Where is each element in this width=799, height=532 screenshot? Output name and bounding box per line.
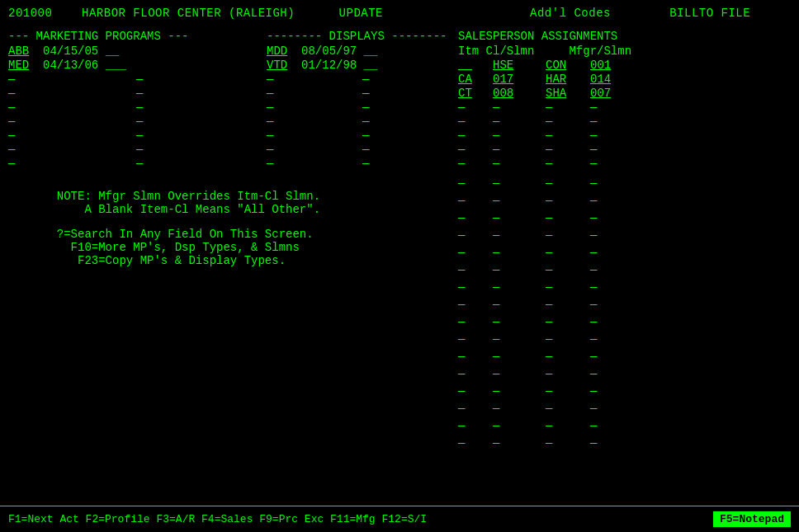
dsp-row3a: — bbox=[267, 73, 362, 86]
sp-itm-extra: — bbox=[458, 315, 489, 328]
sp-dash-row: — — — — bbox=[458, 157, 791, 170]
sp-row3: CA 017 HAR 014 bbox=[458, 73, 791, 86]
mdd-label: MDD bbox=[267, 45, 287, 58]
data-row-2: MED 04/13/06 ___ VTD 01/12/98 __ __ HSE … bbox=[8, 59, 791, 72]
dsp-dash-a: — bbox=[267, 157, 362, 170]
dsp-row4b: — bbox=[362, 87, 458, 100]
sp-cl-extra: — bbox=[493, 436, 542, 450]
mp-row3b: — bbox=[136, 73, 267, 86]
sp-slmn-dash: — bbox=[590, 157, 597, 170]
sp-slmn-extra: — bbox=[590, 298, 597, 311]
sp-extra-row-3: — — — — bbox=[458, 227, 791, 243]
sp-cl-008: 008 bbox=[493, 87, 542, 100]
sp-extra-row-4: — — — — bbox=[458, 244, 791, 261]
sp-itm-extra: — bbox=[458, 194, 489, 207]
sp-subheader: Itm Cl/Slmn Mfgr/Slmn bbox=[458, 45, 791, 58]
sp-extra-row-13: — — — — bbox=[458, 400, 791, 417]
sp-cl-extra: — bbox=[493, 228, 542, 242]
sp-itm-extra: — bbox=[458, 246, 489, 259]
dash-row-9: — — — — — — — — bbox=[8, 157, 791, 170]
mp-dash-a: — bbox=[8, 115, 136, 128]
sp-cl-extra: — bbox=[493, 298, 542, 311]
sp-mfgr-extra: — bbox=[546, 419, 587, 432]
account-number: 201000 bbox=[8, 7, 52, 20]
sp-mfgr-extra: — bbox=[546, 211, 587, 224]
sp-extra-row-5: — — — — bbox=[458, 261, 791, 278]
sp-extra-row-10: — — — — bbox=[458, 348, 791, 365]
sp-itm-extra: — bbox=[458, 228, 489, 242]
sp-cl-extra: — bbox=[493, 332, 542, 346]
sp-mfgr-har: HAR bbox=[546, 73, 587, 86]
sp-mfgr-extra: — bbox=[546, 384, 587, 398]
dsp-dash-b: — bbox=[362, 115, 458, 128]
sp-remaining-rows: — — — — — — — — — — — — — — — — — — — — … bbox=[458, 175, 791, 452]
sp-itm-dash: — bbox=[458, 143, 489, 156]
mp-row2: MED 04/13/06 ___ bbox=[8, 59, 267, 72]
sp-itm-extra: — bbox=[458, 367, 489, 380]
sp-cl-extra: — bbox=[493, 350, 542, 363]
sp-extra-row-2: — — — — bbox=[458, 210, 791, 226]
mp-row3a: — bbox=[8, 73, 136, 86]
sp-mfgr-dash: — bbox=[546, 157, 587, 170]
dsp-dash-a: — bbox=[267, 129, 362, 142]
sp-slmn-extra: — bbox=[590, 436, 597, 450]
sp-slmn-extra: — bbox=[590, 332, 597, 346]
sp-slmn-dash: — bbox=[590, 115, 597, 128]
sp-cl-extra: — bbox=[493, 246, 542, 259]
menu1[interactable]: Add'l Codes bbox=[530, 7, 611, 20]
mp-dash-b: — bbox=[136, 129, 267, 142]
note-line-4: F10=More MP's, Dsp Types, & Slmns bbox=[8, 241, 458, 254]
sp-mfgr-dash: — bbox=[546, 115, 587, 128]
dsp-subheader: MDD 08/05/97 __ bbox=[267, 45, 458, 58]
sp-mfgr-dash: — bbox=[546, 143, 587, 156]
sp-slmn-extra: — bbox=[590, 211, 597, 224]
sp-cl-dash: — bbox=[493, 157, 542, 170]
mp-dash-a: — bbox=[8, 143, 136, 156]
sp-itm-extra: — bbox=[458, 211, 489, 224]
sp-slmn-extra: — bbox=[590, 194, 597, 207]
subheader-row: ABB 04/15/05 __ MDD 08/05/97 __ Itm Cl/S… bbox=[8, 45, 791, 58]
sp-cl-017: 017 bbox=[493, 73, 542, 86]
dsp-dash-a: — bbox=[267, 101, 362, 114]
sp-slmn-dash: — bbox=[590, 101, 597, 114]
sp-extra-row-8: — — — — bbox=[458, 313, 791, 330]
menu2[interactable]: BILLTO FILE bbox=[669, 7, 750, 20]
dash-rows-container: — — — — — — — — — — — — — — — — — — — bbox=[8, 101, 791, 170]
note-line-1: NOTE: Mfgr Slmn Overrides Itm-Cl Slmn. bbox=[8, 190, 458, 203]
main-content: --- MARKETING PROGRAMS --- -------- DISP… bbox=[0, 26, 799, 455]
sp-mfgr-dash: — bbox=[546, 129, 587, 142]
dsp-row2: VTD 01/12/98 __ bbox=[267, 59, 458, 72]
dash-row-7: — — — — — — — — bbox=[8, 129, 791, 142]
salesperson-header: SALESPERSON ASSIGNMENTS bbox=[458, 30, 791, 43]
sp-itm-extra: — bbox=[458, 263, 489, 276]
sp-cl-extra: — bbox=[493, 315, 542, 328]
sp-slmn-extra: — bbox=[590, 367, 597, 380]
sp-dash-row: — — — — bbox=[458, 129, 791, 142]
sp-itm-dash: — bbox=[458, 115, 489, 128]
sp-mfgr-extra: — bbox=[546, 263, 587, 276]
sp-slmn-extra: — bbox=[590, 263, 597, 276]
sp-extra-row-14: — — — — bbox=[458, 417, 791, 434]
sp-cl-dash: — bbox=[493, 129, 542, 142]
f5-notepad-button[interactable]: F5=Notepad bbox=[713, 511, 791, 527]
sp-mfgr-extra: — bbox=[546, 315, 587, 328]
sp-extra-row-7: — — — — bbox=[458, 296, 791, 313]
sp-mfgr-extra: — bbox=[546, 246, 587, 259]
abb-label: ABB bbox=[8, 45, 29, 58]
med-label: MED bbox=[8, 59, 29, 72]
sp-itm-ca: CA bbox=[458, 73, 489, 86]
company-name: HARBOR FLOOR CENTER (RALEIGH) bbox=[82, 7, 295, 20]
note-sp-section: NOTE: Mfgr Slmn Overrides Itm-Cl Slmn. A… bbox=[8, 175, 791, 452]
sp-cl-extra: — bbox=[493, 402, 542, 415]
sp-dash-row: — — — — bbox=[458, 115, 791, 128]
function-keys: F1=Next Act F2=Profile F3=A/R F4=Sales F… bbox=[8, 513, 427, 525]
sp-mfgr-extra: — bbox=[546, 177, 587, 190]
displays-header: -------- DISPLAYS -------- bbox=[267, 30, 458, 43]
sp-mfgr-dash: — bbox=[546, 101, 587, 114]
note-line-2: A Blank Item-Cl Means "All Other". bbox=[8, 203, 458, 216]
note-area: NOTE: Mfgr Slmn Overrides Itm-Cl Slmn. A… bbox=[8, 175, 458, 452]
sp-row4: CT 008 SHA 007 bbox=[458, 87, 791, 100]
mp-dash-b: — bbox=[136, 101, 267, 114]
sp-slmn-dash: — bbox=[590, 129, 597, 142]
sp-extra-row-11: — — — — bbox=[458, 365, 791, 382]
